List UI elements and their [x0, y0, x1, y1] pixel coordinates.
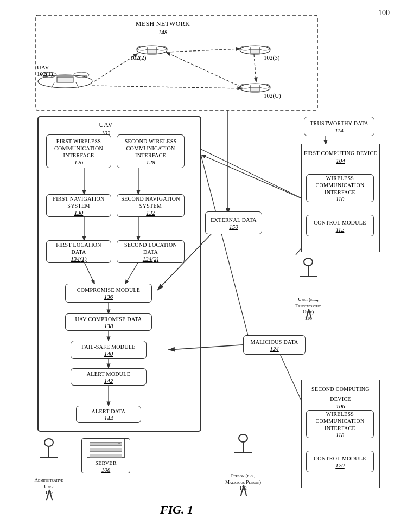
svg-rect-23: [250, 87, 260, 91]
control-module-2-box: Control Module 120: [306, 451, 374, 472]
second-computing-device-box: Second Computing Device 106 Wireless Com…: [301, 380, 380, 488]
first-location-box: First Location Data 134(1): [46, 240, 111, 263]
user-trustworthy-person: User (e.g., Trustworthy User) 116: [292, 258, 325, 322]
svg-point-21: [240, 84, 251, 88]
trustworthy-data-box: Trustworthy Data 114: [304, 117, 374, 136]
uav-label-3: 102(3): [264, 54, 279, 61]
admin-user-person: Administrative User 146: [30, 438, 68, 496]
fail-safe-box: Fail-Safe Module 140: [71, 341, 147, 359]
uav-compromise-data-box: UAV Compromise Data 138: [65, 313, 152, 331]
uav-label-2: 102(2): [130, 54, 146, 61]
second-nav-box: Second Navigation System 132: [117, 194, 185, 217]
second-wireless-box: Second Wireless Communication Interface …: [117, 134, 185, 168]
svg-line-25: [167, 49, 241, 52]
svg-line-11: [76, 82, 79, 88]
mesh-network-label: Mesh Network 148: [109, 18, 217, 35]
alert-module-box: Alert Module 142: [71, 368, 147, 386]
wireless-comm-1-box: Wireless Communication Interface 110: [306, 174, 374, 202]
uav-label-1: UAV 102(1): [37, 64, 53, 77]
svg-point-17: [240, 46, 251, 50]
svg-point-14: [156, 46, 167, 50]
uav-main-label: UAV 102: [71, 119, 141, 136]
svg-point-18: [259, 46, 270, 50]
second-location-box: Second Location Data 134(2): [117, 240, 185, 263]
server-box: Server 108: [81, 438, 130, 473]
svg-line-28: [92, 86, 243, 88]
figure-label: FIG. 1: [160, 503, 193, 517]
svg-rect-19: [250, 49, 260, 53]
patent-ref-number: — 100: [370, 9, 390, 17]
svg-line-36: [125, 262, 138, 285]
svg-line-26: [254, 54, 256, 82]
uav-label-u: 102(U): [264, 92, 281, 99]
wireless-comm-2-box: Wireless Communication Interface 118: [306, 410, 374, 438]
svg-point-12: [137, 46, 167, 54]
alert-data-box: Alert Data 144: [76, 406, 141, 423]
malicious-data-box: Malicious Data 124: [243, 335, 306, 355]
svg-point-8: [74, 72, 89, 78]
svg-line-41: [168, 344, 250, 350]
svg-line-27: [166, 52, 241, 87]
control-module-1-box: Control Module 112: [306, 215, 374, 236]
svg-line-10: [52, 82, 54, 88]
first-computing-device-box: First Computing Device 104 Wireless Comm…: [301, 144, 380, 252]
svg-point-22: [259, 84, 270, 88]
svg-point-20: [240, 84, 270, 92]
svg-point-16: [240, 46, 270, 54]
first-wireless-box: First Wireless Communication Interface 1…: [46, 134, 111, 168]
compromise-module-box: Compromise Module 136: [65, 284, 152, 303]
svg-rect-9: [57, 77, 73, 82]
svg-line-35: [84, 262, 95, 285]
svg-rect-15: [147, 49, 157, 53]
first-nav-box: First Navigation System 130: [46, 194, 111, 217]
svg-point-13: [137, 46, 148, 50]
svg-line-46: [201, 155, 307, 201]
svg-line-49: [201, 155, 250, 342]
svg-line-45: [201, 149, 307, 201]
external-data-box: External Data 150: [205, 211, 262, 234]
malicious-person: Person (e.g., Malicious Person) 122: [221, 434, 265, 492]
